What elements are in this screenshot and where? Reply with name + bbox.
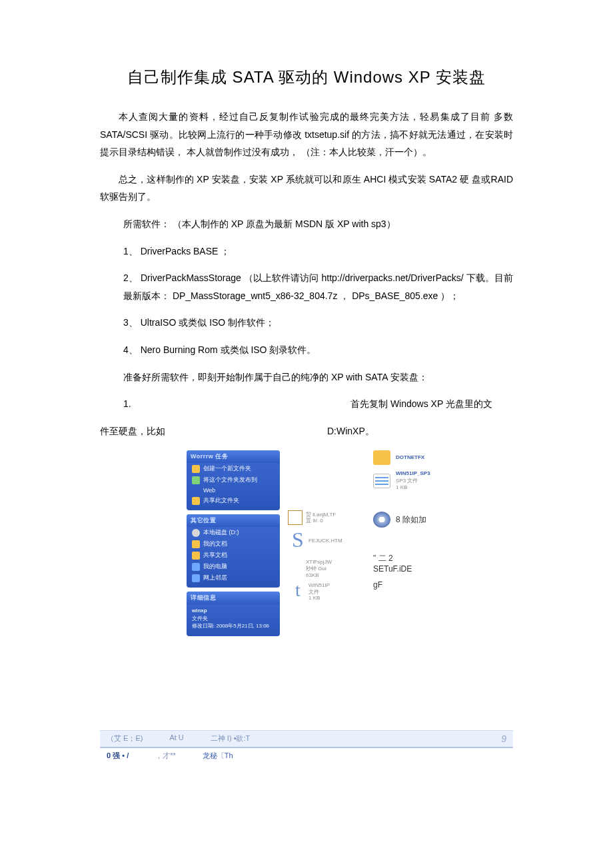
detail-type: 文件夹 [192,615,275,622]
task-label: 创建一个新文件夹 [203,464,251,473]
globe-icon [192,476,200,484]
bottom-text: （艾 E；E) [107,733,143,744]
tasks-panel-header: Worrrw 任务 [187,450,280,463]
list-item-1: 1、 DriverPacks BASE ； [100,242,513,260]
text-line: " 二 2 [373,553,412,564]
task-new-folder: 创建一个新文件夹 [187,463,280,474]
file-item: S FEJUCK.HTM [288,529,340,552]
explorer-screenshot: Worrrw 任务 创建一个新文件夹 将这个文件夹发布到 Web 共享此文件夹 [187,450,513,663]
list-item-4: 4、 Nero Burning Rom 或类似 ISO 刻录软件。 [100,341,513,359]
detail-name: winxp [192,607,275,614]
tasks-panel: Worrrw 任务 创建一个新文件夹 将这个文件夹发布到 Web 共享此文件夹 [187,450,280,510]
place-my-computer: 我的电脑 [187,561,280,572]
list-item-2: 2、 DriverPackMassStorage （以上软件请访问 http:/… [100,269,513,304]
file-name: DOTNETFX [396,454,424,460]
file-name: FEJUCK.HTM [308,538,342,544]
file-item: 贸 li.anjM,TF 置 9/. 0 [288,510,340,525]
paragraph-intro-1: 本人查阅大量的资料，经过自己反复制作试验完成的最终完美方法，轻易集成了目前 多数… [100,108,513,161]
cd-icon [373,512,390,528]
task-publish: 将这个文件夹发布到 [187,474,280,486]
file-name: 贸 li.anjM,TF [306,512,336,518]
file-meta: 文件 [308,589,330,596]
bottom-text: 0 强 • / [107,751,129,761]
folder-icon [192,497,200,505]
file-size: 1 KB [308,595,330,602]
places-panel: 其它位置 本地磁盘 (D:) 我的文档 共享文档 我的电脑 [187,514,280,588]
place-network: 网上邻居 [187,572,280,584]
file-meta: 秒钟 Gui [306,566,332,572]
bottom-text: 龙秘〔Th [203,751,233,761]
bottom-text: At U [169,733,183,744]
bottom-bar-row-1: （艾 E；E) At U 二神 I) •欲:T 9 [100,730,513,748]
list-file-icon [373,474,390,488]
details-panel: 详细信息 winxp 文件夹 修改日期: 2008年5月21日, 13:06 [187,592,280,636]
file-text-setup: " 二 2 SETuF.iDE [373,553,412,574]
file-column-1: 贸 li.anjM,TF 置 9/. 0 S FEJUCK.HTM XTIFsp… [288,510,340,606]
place-label: 我的文档 [203,540,227,548]
letter-s-icon: S [291,528,305,552]
place-label: 网上邻居 [203,574,227,582]
explorer-left-pane: Worrrw 任务 创建一个新文件夹 将这个文件夹发布到 Web 共享此文件夹 [187,450,280,636]
task-label: 共享此文件夹 [203,496,239,505]
folder-icon [192,465,200,473]
folder-icon [373,450,390,465]
details-panel-header: 详细信息 [187,592,280,604]
place-label: 本地磁盘 (D:) [203,528,239,537]
file-meta: 置 9/. 0 [306,518,336,524]
step-1-text: 首先复制 Windows XP 光盘里的文 [350,395,513,413]
task-label: Web [203,487,215,494]
file-name: WIN51IP [308,582,330,589]
detail-date: 修改日期: 2008年5月21日, 13:06 [192,622,275,630]
list-item-3: 3、 UltraISO 或类似 ISO 制作软件； [100,314,513,332]
bottom-bar: （艾 E；E) At U 二神 I) •欲:T 9 0 强 • / ，才** 龙… [100,730,513,767]
file-column-2: DOTNETFX WIN51IP_SP3 SP3 文件 1 KB [373,450,506,496]
step-1-cont-left: 件至硬盘，比如 [100,422,327,440]
letter-t-icon: t [291,580,305,601]
bottom-bar-row-2: 0 强 • / ，才** 龙秘〔Th [100,748,513,767]
folder-icon [192,552,200,560]
file-icon [288,510,303,525]
file-item: t WIN51IP 文件 1 KB [288,582,340,602]
place-label: 共享文档 [203,551,227,560]
disk-icon [192,529,200,537]
file-item-cd: 8 除如加 [373,512,426,533]
step-1-number: 1. [100,395,350,413]
file-size: 63KB [306,572,332,579]
computer-icon [192,563,200,571]
places-panel-header: 其它位置 [187,514,280,527]
step-1-row: 1. 首先复制 Windows XP 光盘里的文 [100,395,513,413]
file-size: 1 KB [396,484,430,491]
file-item-dotnetfx: DOTNETFX [373,450,506,465]
folder-icon [192,540,200,548]
place-shared-docs: 共享文档 [187,550,280,561]
file-name: WIN51IP_SP3 [396,470,430,477]
task-publish-web: Web [187,486,280,495]
place-label: 我的电脑 [203,562,227,571]
place-my-docs: 我的文档 [187,538,280,550]
network-icon [192,574,200,582]
step-1-continuation: 件至硬盘，比如 D:WinXP。 [100,422,513,440]
file-meta: SP3 文件 [396,478,430,484]
file-item-win51ip: WIN51IP_SP3 SP3 文件 1 KB [373,470,506,491]
file-name: 8 除如加 [396,515,426,526]
document-page: 自己制作集成 SATA 驱动的 Windows XP 安装盘 本人查阅大量的资料… [0,0,613,703]
bottom-text: ，才** [155,751,176,761]
bottom-text: 二神 I) •欲:T [211,733,250,744]
paragraph-intro-2: 总之，这样制作的 XP 安装盘，安装 XP 系统就可以和原生 AHCI 模式安装… [100,171,513,206]
paragraph-ready: 准备好所需软件，即刻开始制作属于自己的纯净的 XP with SATA 安装盘： [100,368,513,386]
file-text-gf: gF [373,580,382,590]
task-label: 将这个文件夹发布到 [203,476,257,484]
paragraph-required: 所需软件： （本人制作的 XP 原盘为最新 MSDN 版 XP with sp3… [100,215,513,233]
text-line: SETuF.iDE [373,564,412,574]
page-title: 自己制作集成 SATA 驱动的 Windows XP 安装盘 [100,67,513,88]
file-item: XTIFspjJW 秒钟 Gui 63KB [288,559,340,578]
task-share: 共享此文件夹 [187,495,280,506]
file-name: XTIFspjJW [306,559,332,566]
step-1-cont-right: D:WinXP。 [327,422,513,440]
page-number: 9 [501,733,506,744]
place-local-disk: 本地磁盘 (D:) [187,527,280,538]
